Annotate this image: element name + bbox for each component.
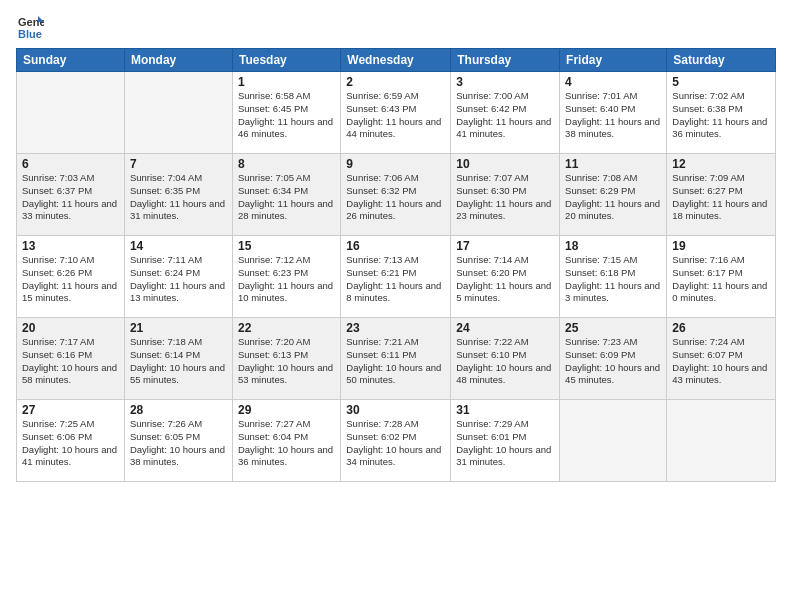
calendar-cell: 14Sunrise: 7:11 AM Sunset: 6:24 PM Dayli… xyxy=(124,236,232,318)
day-number: 26 xyxy=(672,321,770,335)
day-number: 5 xyxy=(672,75,770,89)
day-info: Sunrise: 7:17 AM Sunset: 6:16 PM Dayligh… xyxy=(22,336,119,387)
day-info: Sunrise: 7:24 AM Sunset: 6:07 PM Dayligh… xyxy=(672,336,770,387)
day-info: Sunrise: 7:26 AM Sunset: 6:05 PM Dayligh… xyxy=(130,418,227,469)
day-info: Sunrise: 7:12 AM Sunset: 6:23 PM Dayligh… xyxy=(238,254,335,305)
calendar-week-2: 6Sunrise: 7:03 AM Sunset: 6:37 PM Daylig… xyxy=(17,154,776,236)
day-info: Sunrise: 7:13 AM Sunset: 6:21 PM Dayligh… xyxy=(346,254,445,305)
calendar-cell xyxy=(560,400,667,482)
day-info: Sunrise: 6:59 AM Sunset: 6:43 PM Dayligh… xyxy=(346,90,445,141)
calendar-week-4: 20Sunrise: 7:17 AM Sunset: 6:16 PM Dayli… xyxy=(17,318,776,400)
day-number: 22 xyxy=(238,321,335,335)
day-number: 16 xyxy=(346,239,445,253)
day-number: 21 xyxy=(130,321,227,335)
day-number: 2 xyxy=(346,75,445,89)
day-number: 4 xyxy=(565,75,661,89)
day-number: 9 xyxy=(346,157,445,171)
logo-icon: General Blue xyxy=(16,12,44,40)
day-info: Sunrise: 7:03 AM Sunset: 6:37 PM Dayligh… xyxy=(22,172,119,223)
svg-text:Blue: Blue xyxy=(18,28,42,40)
day-info: Sunrise: 7:21 AM Sunset: 6:11 PM Dayligh… xyxy=(346,336,445,387)
day-number: 14 xyxy=(130,239,227,253)
calendar-cell: 10Sunrise: 7:07 AM Sunset: 6:30 PM Dayli… xyxy=(451,154,560,236)
calendar-cell: 28Sunrise: 7:26 AM Sunset: 6:05 PM Dayli… xyxy=(124,400,232,482)
day-number: 29 xyxy=(238,403,335,417)
calendar-cell: 30Sunrise: 7:28 AM Sunset: 6:02 PM Dayli… xyxy=(341,400,451,482)
calendar-cell: 7Sunrise: 7:04 AM Sunset: 6:35 PM Daylig… xyxy=(124,154,232,236)
day-info: Sunrise: 7:27 AM Sunset: 6:04 PM Dayligh… xyxy=(238,418,335,469)
calendar-cell: 9Sunrise: 7:06 AM Sunset: 6:32 PM Daylig… xyxy=(341,154,451,236)
day-info: Sunrise: 7:18 AM Sunset: 6:14 PM Dayligh… xyxy=(130,336,227,387)
calendar-cell: 18Sunrise: 7:15 AM Sunset: 6:18 PM Dayli… xyxy=(560,236,667,318)
day-info: Sunrise: 7:01 AM Sunset: 6:40 PM Dayligh… xyxy=(565,90,661,141)
calendar-cell: 22Sunrise: 7:20 AM Sunset: 6:13 PM Dayli… xyxy=(232,318,340,400)
day-number: 13 xyxy=(22,239,119,253)
calendar-cell xyxy=(124,72,232,154)
day-number: 11 xyxy=(565,157,661,171)
calendar-cell: 17Sunrise: 7:14 AM Sunset: 6:20 PM Dayli… xyxy=(451,236,560,318)
calendar-cell: 15Sunrise: 7:12 AM Sunset: 6:23 PM Dayli… xyxy=(232,236,340,318)
calendar-week-5: 27Sunrise: 7:25 AM Sunset: 6:06 PM Dayli… xyxy=(17,400,776,482)
calendar-cell: 24Sunrise: 7:22 AM Sunset: 6:10 PM Dayli… xyxy=(451,318,560,400)
calendar-cell: 13Sunrise: 7:10 AM Sunset: 6:26 PM Dayli… xyxy=(17,236,125,318)
day-info: Sunrise: 7:14 AM Sunset: 6:20 PM Dayligh… xyxy=(456,254,554,305)
day-number: 12 xyxy=(672,157,770,171)
weekday-header-tuesday: Tuesday xyxy=(232,49,340,72)
weekday-header-thursday: Thursday xyxy=(451,49,560,72)
calendar-week-3: 13Sunrise: 7:10 AM Sunset: 6:26 PM Dayli… xyxy=(17,236,776,318)
calendar-cell: 3Sunrise: 7:00 AM Sunset: 6:42 PM Daylig… xyxy=(451,72,560,154)
day-number: 25 xyxy=(565,321,661,335)
day-info: Sunrise: 7:20 AM Sunset: 6:13 PM Dayligh… xyxy=(238,336,335,387)
calendar-cell: 4Sunrise: 7:01 AM Sunset: 6:40 PM Daylig… xyxy=(560,72,667,154)
day-info: Sunrise: 7:25 AM Sunset: 6:06 PM Dayligh… xyxy=(22,418,119,469)
calendar-cell: 11Sunrise: 7:08 AM Sunset: 6:29 PM Dayli… xyxy=(560,154,667,236)
calendar-cell: 29Sunrise: 7:27 AM Sunset: 6:04 PM Dayli… xyxy=(232,400,340,482)
day-number: 17 xyxy=(456,239,554,253)
calendar-table: SundayMondayTuesdayWednesdayThursdayFrid… xyxy=(16,48,776,482)
day-info: Sunrise: 7:06 AM Sunset: 6:32 PM Dayligh… xyxy=(346,172,445,223)
day-number: 10 xyxy=(456,157,554,171)
calendar-cell: 16Sunrise: 7:13 AM Sunset: 6:21 PM Dayli… xyxy=(341,236,451,318)
day-number: 23 xyxy=(346,321,445,335)
logo: General Blue xyxy=(16,12,48,40)
day-info: Sunrise: 7:05 AM Sunset: 6:34 PM Dayligh… xyxy=(238,172,335,223)
calendar-cell: 20Sunrise: 7:17 AM Sunset: 6:16 PM Dayli… xyxy=(17,318,125,400)
day-number: 31 xyxy=(456,403,554,417)
day-number: 6 xyxy=(22,157,119,171)
day-number: 20 xyxy=(22,321,119,335)
day-info: Sunrise: 7:29 AM Sunset: 6:01 PM Dayligh… xyxy=(456,418,554,469)
calendar-cell: 31Sunrise: 7:29 AM Sunset: 6:01 PM Dayli… xyxy=(451,400,560,482)
calendar-cell xyxy=(667,400,776,482)
weekday-header-sunday: Sunday xyxy=(17,49,125,72)
weekday-header-saturday: Saturday xyxy=(667,49,776,72)
weekday-header-wednesday: Wednesday xyxy=(341,49,451,72)
day-info: Sunrise: 7:02 AM Sunset: 6:38 PM Dayligh… xyxy=(672,90,770,141)
calendar-cell: 1Sunrise: 6:58 AM Sunset: 6:45 PM Daylig… xyxy=(232,72,340,154)
calendar-cell: 6Sunrise: 7:03 AM Sunset: 6:37 PM Daylig… xyxy=(17,154,125,236)
weekday-header-row: SundayMondayTuesdayWednesdayThursdayFrid… xyxy=(17,49,776,72)
day-info: Sunrise: 7:10 AM Sunset: 6:26 PM Dayligh… xyxy=(22,254,119,305)
day-info: Sunrise: 7:08 AM Sunset: 6:29 PM Dayligh… xyxy=(565,172,661,223)
day-info: Sunrise: 7:07 AM Sunset: 6:30 PM Dayligh… xyxy=(456,172,554,223)
weekday-header-monday: Monday xyxy=(124,49,232,72)
calendar-cell: 19Sunrise: 7:16 AM Sunset: 6:17 PM Dayli… xyxy=(667,236,776,318)
day-number: 28 xyxy=(130,403,227,417)
day-number: 19 xyxy=(672,239,770,253)
header: General Blue xyxy=(16,12,776,40)
weekday-header-friday: Friday xyxy=(560,49,667,72)
day-info: Sunrise: 7:15 AM Sunset: 6:18 PM Dayligh… xyxy=(565,254,661,305)
day-info: Sunrise: 7:16 AM Sunset: 6:17 PM Dayligh… xyxy=(672,254,770,305)
day-number: 15 xyxy=(238,239,335,253)
day-number: 24 xyxy=(456,321,554,335)
day-info: Sunrise: 7:09 AM Sunset: 6:27 PM Dayligh… xyxy=(672,172,770,223)
day-number: 3 xyxy=(456,75,554,89)
day-number: 8 xyxy=(238,157,335,171)
calendar-cell: 23Sunrise: 7:21 AM Sunset: 6:11 PM Dayli… xyxy=(341,318,451,400)
day-number: 1 xyxy=(238,75,335,89)
day-number: 18 xyxy=(565,239,661,253)
day-info: Sunrise: 7:04 AM Sunset: 6:35 PM Dayligh… xyxy=(130,172,227,223)
calendar-cell xyxy=(17,72,125,154)
day-number: 27 xyxy=(22,403,119,417)
page: General Blue SundayMondayTuesdayWednesda… xyxy=(0,0,792,612)
day-info: Sunrise: 7:28 AM Sunset: 6:02 PM Dayligh… xyxy=(346,418,445,469)
